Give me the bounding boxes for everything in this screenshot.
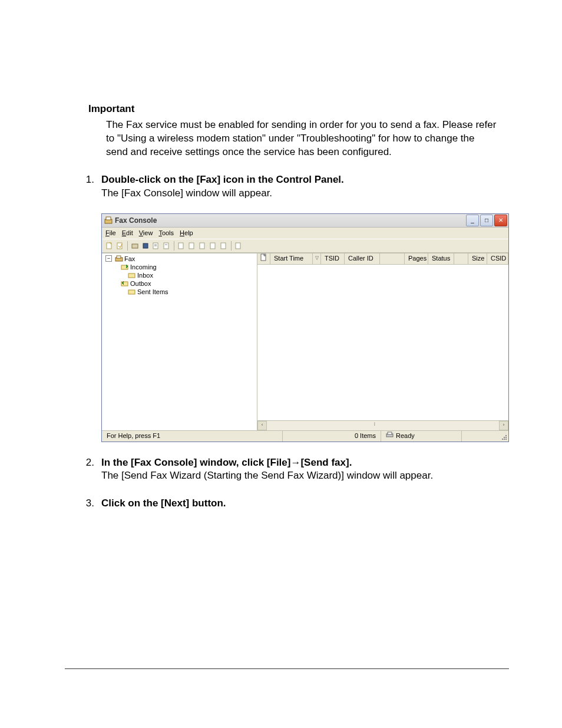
svg-rect-26	[505, 439, 507, 440]
folder-arrow-icon	[121, 280, 128, 287]
svg-rect-9	[164, 243, 168, 249]
list-header: Start Time ▽ TSID Caller ID Pages Status…	[257, 253, 508, 265]
tree-label: Sent Items	[137, 288, 168, 296]
horizontal-scrollbar[interactable]: ‹ ⠇ ›	[257, 420, 508, 430]
menu-file[interactable]: File	[105, 229, 116, 238]
svg-rect-18	[117, 256, 121, 258]
item-list: Start Time ▽ TSID Caller ID Pages Status…	[257, 253, 508, 430]
col-sort-indicator[interactable]: ▽	[313, 253, 321, 264]
scroll-thumb-grip-icon: ⠇	[373, 422, 377, 429]
folder-tree[interactable]: − Fax Incoming Inbox	[102, 253, 257, 430]
toolbar-btn-10[interactable]	[208, 241, 219, 251]
status-items: 0 Items	[283, 431, 381, 442]
status-ready: Ready	[381, 431, 462, 442]
tree-root-fax[interactable]: − Fax	[104, 255, 254, 263]
list-body[interactable]	[257, 265, 508, 420]
menu-tools[interactable]: Tools	[158, 229, 174, 238]
toolbar-btn-11[interactable]	[219, 241, 229, 251]
svg-rect-15	[221, 243, 226, 249]
toolbar-separator	[174, 241, 174, 251]
menu-help[interactable]: Help	[180, 229, 193, 238]
toolbar-btn-5[interactable]	[151, 241, 161, 251]
toolbar-btn-12[interactable]	[233, 241, 244, 251]
col-pages[interactable]: Pages	[405, 253, 428, 264]
col-start-time[interactable]: Start Time	[270, 253, 313, 264]
window-buttons: _ □ ✕	[466, 215, 507, 226]
col-gap	[380, 253, 405, 264]
status-spacer	[462, 431, 500, 442]
title-bar[interactable]: Fax Console _ □ ✕	[102, 214, 508, 228]
important-block: Important The Fax service must be enable…	[88, 103, 497, 159]
close-icon: ✕	[498, 218, 503, 223]
svg-rect-29	[502, 439, 503, 440]
col-size[interactable]: Size	[468, 253, 487, 264]
toolbar-btn-8[interactable]	[187, 241, 197, 251]
scroll-right-button[interactable]: ›	[499, 421, 508, 430]
svg-rect-22	[128, 290, 135, 294]
step-2-title: In the [Fax Console] window, click [File…	[101, 457, 352, 468]
menu-bar: File Edit View Tools Help	[102, 228, 508, 239]
maximize-button[interactable]: □	[480, 215, 493, 226]
menu-view[interactable]: View	[139, 229, 153, 238]
svg-rect-25	[388, 432, 392, 434]
tree-label: Incoming	[130, 263, 157, 271]
toolbar-btn-1[interactable]	[104, 241, 115, 251]
important-heading: Important	[88, 103, 497, 115]
expander-icon[interactable]: −	[105, 255, 112, 262]
tree-label: Outbox	[130, 279, 151, 288]
toolbar-btn-4[interactable]	[140, 241, 151, 251]
tree-incoming[interactable]: Incoming	[104, 263, 254, 271]
window-title: Fax Console	[115, 216, 466, 225]
page-icon	[260, 253, 267, 263]
step-3: Click on the [Next] button.	[77, 497, 497, 510]
tree-outbox[interactable]: Outbox	[104, 279, 254, 288]
svg-rect-16	[236, 243, 240, 249]
tree-sent-items[interactable]: Sent Items	[104, 288, 254, 296]
col-status[interactable]: Status	[428, 253, 454, 264]
svg-rect-11	[178, 243, 183, 249]
svg-rect-13	[200, 243, 204, 249]
scroll-left-button[interactable]: ‹	[257, 421, 267, 430]
svg-rect-4	[132, 244, 138, 248]
steps-list: Double-click on the [Fax] icon in the Co…	[77, 173, 497, 511]
toolbar-btn-7[interactable]	[176, 241, 187, 251]
scroll-track[interactable]: ⠇	[267, 421, 499, 430]
toolbar-btn-9[interactable]	[197, 241, 208, 251]
svg-rect-12	[189, 243, 194, 249]
svg-rect-14	[210, 243, 215, 249]
fax-console-screenshot: Fax Console _ □ ✕ File Edit View Tools	[101, 213, 497, 442]
col-icon[interactable]	[257, 253, 270, 264]
svg-rect-30	[504, 437, 505, 438]
menu-edit[interactable]: Edit	[122, 229, 133, 238]
minimize-icon: _	[471, 218, 474, 223]
fax-console-window: Fax Console _ □ ✕ File Edit View Tools	[101, 213, 509, 442]
col-tsid[interactable]: TSID	[321, 253, 345, 264]
chevron-right-icon: ›	[503, 422, 505, 429]
col-caller-id[interactable]: Caller ID	[345, 253, 380, 264]
fax-app-icon	[104, 216, 113, 225]
step-1-title: Double-click on the [Fax] icon in the Co…	[101, 174, 344, 185]
close-button[interactable]: ✕	[494, 215, 507, 226]
toolbar-separator	[127, 241, 128, 251]
printer-icon	[386, 431, 394, 441]
col-csid[interactable]: CSID	[487, 253, 508, 264]
resize-grip[interactable]	[500, 431, 508, 442]
svg-rect-28	[505, 437, 507, 438]
step-2-body: The [Send Fax Wizard (Starting the Send …	[101, 470, 433, 481]
toolbar-btn-2[interactable]	[115, 241, 125, 251]
status-bar: For Help, press F1 0 Items Ready	[102, 430, 508, 442]
important-body: The Fax service must be enabled for send…	[106, 118, 497, 159]
svg-rect-27	[504, 439, 505, 440]
toolbar-btn-3[interactable]	[130, 241, 140, 251]
tree-inbox[interactable]: Inbox	[104, 271, 254, 279]
toolbar-separator	[231, 241, 232, 251]
col-gap	[454, 253, 468, 264]
toolbar-btn-6[interactable]	[161, 241, 172, 251]
fax-icon	[115, 255, 123, 262]
toolbar	[102, 239, 508, 253]
minimize-button[interactable]: _	[466, 215, 479, 226]
svg-rect-31	[505, 435, 507, 436]
status-help: For Help, press F1	[102, 431, 283, 442]
client-area: − Fax Incoming Inbox	[102, 253, 508, 430]
tree-label: Fax	[124, 255, 135, 263]
